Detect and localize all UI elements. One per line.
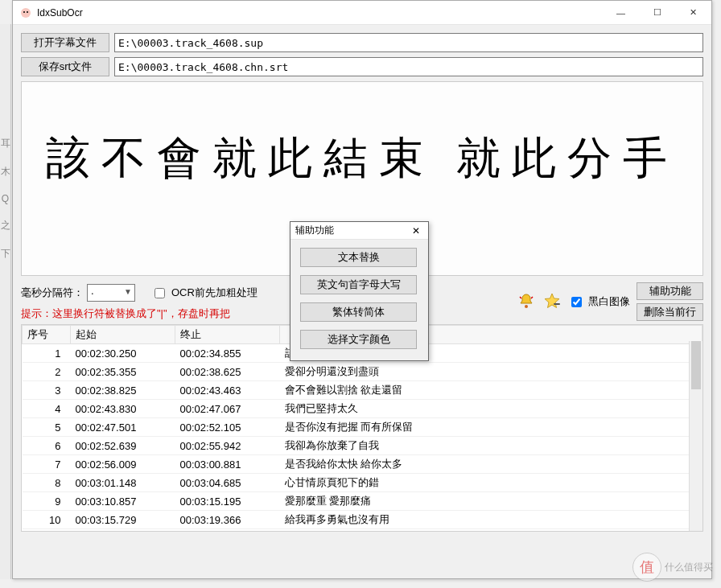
window-title: IdxSubOcr [37, 7, 603, 19]
table-row[interactable]: 200:02:35.35500:02:38.625愛卻分明還沒到盡頭 [23, 363, 702, 381]
dialog-close-button[interactable]: ✕ [407, 225, 425, 236]
delete-row-button[interactable]: 删除当前行 [637, 303, 703, 321]
table-row[interactable]: 700:02:56.00900:03:00.881是否我給你太快 給你太多 [23, 455, 702, 474]
bell-icon[interactable] [517, 292, 536, 311]
bw-checkbox[interactable]: 黑白图像 [568, 294, 630, 310]
aux-button[interactable]: 辅助功能 [637, 282, 703, 300]
save-path-input[interactable] [114, 57, 703, 76]
svg-point-1 [23, 11, 25, 13]
open-path-input[interactable] [114, 33, 703, 52]
aux-dialog: 辅助功能 ✕ 文本替换 英文句首字母大写 繁体转简体 选择文字颜色 [290, 221, 429, 361]
table-row[interactable]: 1000:03:15.72900:03:19.366給我再多勇氣也沒有用 [23, 511, 702, 529]
dialog-title: 辅助功能 [295, 224, 407, 237]
trad-to-simp-button[interactable]: 繁体转简体 [300, 302, 417, 322]
text-replace-button[interactable]: 文本替换 [300, 248, 417, 267]
table-row[interactable]: 500:02:47.50100:02:52.105是否你沒有把握 而有所保留 [23, 418, 702, 437]
background-sliver: 耳木Q之下 [0, 24, 11, 579]
maximize-button[interactable]: ☐ [639, 1, 675, 24]
svg-rect-4 [554, 303, 560, 305]
watermark-icon: 值 [632, 553, 661, 582]
separator-label: 毫秒分隔符： [21, 286, 84, 300]
preview-image-text: 該不會就此結束 就此分手 [46, 129, 679, 188]
col-number[interactable]: 序号 [23, 326, 71, 344]
svg-point-2 [27, 11, 28, 13]
close-button[interactable]: ✕ [675, 1, 711, 24]
minimize-button[interactable]: — [603, 1, 639, 24]
save-srt-button[interactable]: 保存srt文件 [21, 57, 109, 76]
open-subtitle-button[interactable]: 打开字幕文件 [21, 33, 109, 52]
text-color-button[interactable]: 选择文字颜色 [300, 330, 417, 349]
capitalize-button[interactable]: 英文句首字母大写 [300, 275, 417, 294]
star-icon[interactable] [542, 292, 562, 311]
dialog-titlebar[interactable]: 辅助功能 ✕ [290, 222, 428, 240]
svg-point-3 [525, 305, 528, 308]
col-end[interactable]: 终止 [175, 326, 280, 344]
col-start[interactable]: 起始 [71, 326, 175, 344]
svg-point-0 [21, 8, 31, 18]
scroll-thumb[interactable] [691, 341, 701, 389]
watermark: 值 什么值得买 [632, 553, 713, 582]
watermark-text: 什么值得买 [665, 561, 713, 574]
table-row[interactable]: 800:03:01.14800:03:04.685心甘情原頁犯下的錯 [23, 474, 702, 492]
table-scrollbar[interactable] [689, 341, 702, 531]
table-row[interactable]: 600:02:52.63900:02:55.942我卻為你放棄了自我 [23, 437, 702, 455]
table-row[interactable]: 400:02:43.83000:02:47.067我們已堅持太久 [23, 400, 702, 418]
app-icon [19, 6, 32, 19]
table-row[interactable]: 900:03:10.85700:03:15.195愛那麼重 愛那麼痛 [23, 492, 702, 511]
ocr-bold-checkbox[interactable]: OCR前先加粗处理 [151, 286, 258, 301]
separator-combo[interactable]: . [87, 284, 135, 302]
titlebar[interactable]: IdxSubOcr — ☐ ✕ [13, 1, 711, 25]
table-row[interactable]: 300:02:38.82500:02:43.463會不會難以割捨 欲走還留 [23, 381, 702, 400]
